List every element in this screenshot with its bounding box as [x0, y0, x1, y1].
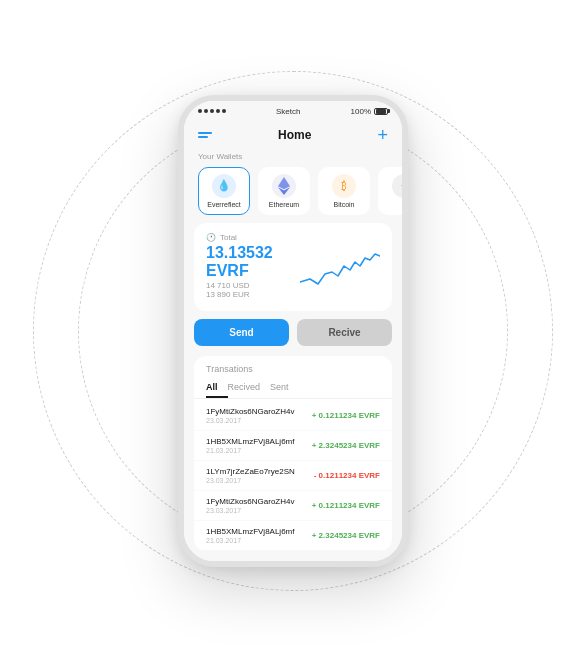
tx-amount: - 0.1211234 EVRF: [314, 471, 380, 480]
clock-icon: 🕐: [206, 233, 216, 242]
tx-address: 1LYm7jrZeZaEo7rye2SN: [206, 467, 295, 476]
tx-amount: + 2.3245234 EVRF: [312, 441, 380, 450]
status-bar: Sketch 100%: [184, 101, 402, 120]
balance-usd: 14 710 USD: [206, 281, 300, 290]
table-row: 1HB5XMLmzFVj8ALj6mf 21.03.2017 + 2.32452…: [194, 431, 392, 461]
send-button[interactable]: Send: [194, 319, 289, 346]
app-header: Home +: [184, 120, 402, 152]
balance-primary: 13.13532 EVRF: [206, 244, 300, 279]
table-row: 1FyMtiZkos6NGaroZH4v 23.03.2017 + 0.1211…: [194, 401, 392, 431]
signal-dots: [198, 109, 226, 113]
balance-chart: [300, 244, 380, 289]
battery-percent: 100%: [351, 107, 371, 116]
transaction-list: 1FyMtiZkos6NGaroZH4v 23.03.2017 + 0.1211…: [194, 401, 392, 551]
tab-received[interactable]: Recived: [228, 378, 271, 398]
status-right: 100%: [351, 107, 388, 116]
action-buttons: Send Recive: [194, 319, 392, 346]
tx-address: 1HB5XMLmzFVj8ALj6mf: [206, 437, 294, 446]
tx-amount: + 2.3245234 EVRF: [312, 531, 380, 540]
tx-date: 23.03.2017: [206, 417, 294, 424]
tx-date: 23.03.2017: [206, 507, 294, 514]
wallet-icon-btc: ₿: [332, 174, 356, 198]
table-row: 1HB5XMLmzFVj8ALj6mf 21.03.2017 + 2.32452…: [194, 521, 392, 551]
phone-frame: Sketch 100% Home + Your Wallets: [178, 95, 408, 567]
tab-sent[interactable]: Sent: [270, 378, 299, 398]
balance-main: 13.13532 EVRF 14 710 USD 13 890 EUR: [206, 244, 380, 299]
wallet-icon-eth: [272, 174, 296, 198]
wallet-card-evrf[interactable]: 💧 Everreflect: [198, 167, 250, 215]
main-content: Your Wallets 💧 Everreflect Ethereum: [184, 152, 402, 561]
page-title: Home: [278, 128, 311, 142]
more-icon: ···: [392, 174, 402, 198]
wallet-name-evrf: Everreflect: [207, 201, 240, 208]
transactions-section: Transations All Recived Sent 1FyMtiZkos6…: [194, 356, 392, 551]
wallet-name-btc: Bitcoin: [333, 201, 354, 208]
tx-amount: + 0.1211234 EVRF: [312, 501, 380, 510]
menu-button[interactable]: [198, 132, 212, 138]
transactions-header: Transations: [194, 356, 392, 378]
tx-date: 23.03.2017: [206, 477, 295, 484]
balance-card: 🕐 Total 13.13532 EVRF 14 710 USD 13 890 …: [194, 223, 392, 311]
receive-button[interactable]: Recive: [297, 319, 392, 346]
balance-total-label: 🕐 Total: [206, 233, 380, 242]
status-app-title: Sketch: [276, 107, 300, 116]
wallets-label: Your Wallets: [184, 152, 402, 167]
wallet-icon-evrf: 💧: [212, 174, 236, 198]
wallets-scroll: 💧 Everreflect Ethereum ₿ Bitcoin: [184, 167, 402, 223]
wallet-card-btc[interactable]: ₿ Bitcoin: [318, 167, 370, 215]
tx-address: 1FyMtiZkos6NGaroZH4v: [206, 407, 294, 416]
transaction-tabs: All Recived Sent: [194, 378, 392, 399]
table-row: 1FyMtiZkos6NGaroZH4v 23.03.2017 + 0.1211…: [194, 491, 392, 521]
tx-date: 21.03.2017: [206, 447, 294, 454]
tx-amount: + 0.1211234 EVRF: [312, 411, 380, 420]
phone-wrapper: Sketch 100% Home + Your Wallets: [178, 95, 408, 567]
battery-icon: [374, 108, 388, 115]
wallet-card-eth[interactable]: Ethereum: [258, 167, 310, 215]
wallet-card-more[interactable]: ···: [378, 167, 402, 215]
balance-eur: 13 890 EUR: [206, 290, 300, 299]
tx-address: 1FyMtiZkos6NGaroZH4v: [206, 497, 294, 506]
tx-date: 21.03.2017: [206, 537, 294, 544]
table-row: 1LYm7jrZeZaEo7rye2SN 23.03.2017 - 0.1211…: [194, 461, 392, 491]
tab-all[interactable]: All: [206, 378, 228, 398]
balance-numbers: 13.13532 EVRF 14 710 USD 13 890 EUR: [206, 244, 300, 299]
add-wallet-button[interactable]: +: [377, 126, 388, 144]
wallet-name-eth: Ethereum: [269, 201, 299, 208]
tx-address: 1HB5XMLmzFVj8ALj6mf: [206, 527, 294, 536]
